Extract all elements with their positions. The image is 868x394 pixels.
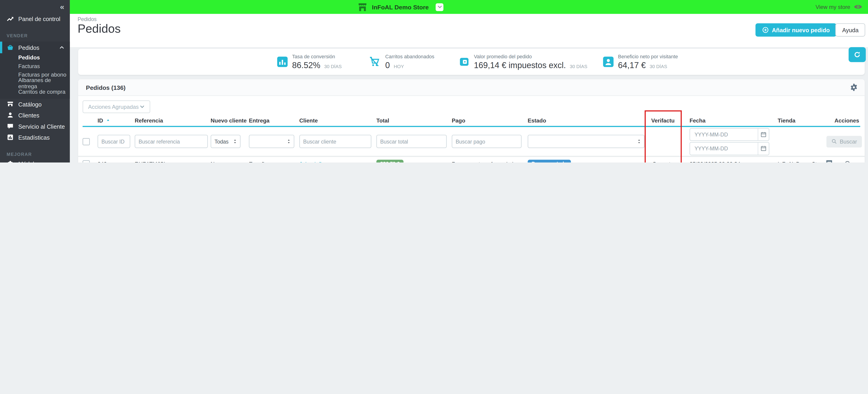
kpi-value: 86.52% [292,60,320,70]
zoom-in-icon[interactable] [844,160,852,162]
filter-status-select[interactable] [528,135,645,148]
sidebar-subitem[interactable]: Facturas [0,62,70,70]
kpi-item: Carritos abandonados0HOY [368,49,434,75]
sidebar-item[interactable]: Módulos [0,158,70,162]
sidebar-item[interactable]: Estadísticas [0,132,70,143]
breadcrumb[interactable]: Pedidos [78,16,97,22]
client-link[interactable]: J. Lupiañez [299,161,328,162]
sort-asc-icon [106,118,110,122]
column-header-id[interactable]: ID [97,115,135,125]
filter-payment-input[interactable] [452,135,522,148]
refresh-button[interactable] [848,47,866,62]
sidebar-collapse-icon[interactable]: « [0,0,70,13]
status-badge: Pago aceptado [528,159,571,162]
search-icon [832,139,837,144]
sidebar-item-label: Catálogo [18,101,41,108]
column-header-total[interactable]: Total [376,115,452,125]
column-header-tienda[interactable]: Tienda [769,115,823,125]
column-header-cliente[interactable]: Cliente [299,115,376,125]
storefront-icon [7,100,14,108]
bulk-actions-label: Acciones Agrupadas [88,104,138,110]
select-arrows-icon [287,139,291,144]
search-button[interactable]: Buscar [827,135,862,147]
column-header-estado[interactable]: Estado [528,115,645,125]
select-arrows-icon [637,139,641,144]
select-all-checkbox[interactable] [83,138,90,145]
sidebar-item-pedidos[interactable]: Pedidos [0,41,70,53]
filter-id-input[interactable] [97,135,130,148]
search-label: Buscar [840,138,857,145]
order-id: 242 [97,161,107,162]
column-header-pago[interactable]: Pago [452,115,528,125]
sidebar-item-label: Módulos [18,160,40,162]
column-header-acciones[interactable]: Acciones [823,115,865,125]
sidebar-item[interactable]: Catálogo [0,99,70,110]
filter-date-range: YYYY-MM-DD YYYY-MM-DD [690,128,769,155]
filter-date-from[interactable]: YYYY-MM-DD [690,128,769,141]
sidebar-subitem[interactable]: Pedidos [0,53,70,62]
filter-new-client-select[interactable]: Todas [211,135,241,148]
filter-reference-input[interactable] [135,135,208,148]
sidebar-subitem[interactable]: Albaranes de entrega [0,79,70,87]
column-header-entrega[interactable]: Entrega [249,115,300,125]
order-date: 25/09/2025 08:20:34 [681,161,769,162]
sidebar-subitem[interactable]: Carritos de compra [0,87,70,96]
trending-up-icon [7,15,14,23]
column-header-referencia[interactable]: Referencia [135,115,211,125]
sidebar-section-label: VENDER [0,33,70,39]
user-icon [603,57,614,67]
kpi-card: Tasa de conversión86.52%30 DÍASCarritos … [78,49,865,75]
sidebar-item-dashboard[interactable]: Panel de control [0,13,70,25]
table-header-row: IDReferenciaNuevo clienteEntregaClienteT… [78,115,865,125]
kpi-period: HOY [394,64,404,69]
plus-circle-icon [762,27,768,33]
select-value: Todas [215,138,229,145]
kpi-period: 30 DÍAS [570,64,587,69]
sidebar-group: PedidosPedidosFacturasFacturas por abono… [0,41,70,99]
order-payment: Pagos por transferencia bancaria [452,161,528,162]
topbar-store: InFoAL Demo Store [357,0,444,14]
basket-icon [7,44,14,51]
date-placeholder: YYYY-MM-DD [690,145,758,152]
sidebar-item-label: Estadísticas [18,134,50,141]
table-filter-row: Todas YYYY-MM-DD YYYY-MM-DD Buscar [78,127,865,156]
column-header-nuevo-cliente[interactable]: Nuevo cliente [211,115,249,125]
chevron-up-icon [59,45,64,50]
invoice-icon[interactable] [826,160,833,162]
filter-date-to[interactable]: YYYY-MM-DD [690,142,769,155]
sidebar-section-label: MEJORAR [0,151,70,158]
kpi-item: Valor promedio del pedido169,14 € impues… [459,49,587,75]
stats-icon [7,134,14,141]
order-store: InFoAL Demo Store [769,161,823,162]
page-title: Pedidos [78,22,121,36]
filter-delivery-select[interactable] [249,135,294,148]
store-switcher-button[interactable] [436,3,443,11]
kpi-period: 30 DÍAS [324,64,342,69]
gear-icon[interactable] [850,83,858,91]
calendar-icon[interactable] [758,143,769,154]
row-checkbox[interactable] [83,160,90,162]
cart-slash-icon [368,56,381,68]
column-header-fecha[interactable]: Fecha [681,115,769,125]
sidebar-item[interactable]: Clientes [0,110,70,121]
filter-client-input[interactable] [299,135,371,148]
bulk-actions-dropdown[interactable]: Acciones Agrupadas [83,100,150,113]
column-header-verifactu[interactable]: Verifactu [645,115,681,125]
sidebar-item-label: Pedidos [18,44,39,51]
sidebar-item[interactable]: Servicio al Cliente [0,121,70,132]
kpi-value: 169,14 € impuestos excl. [474,60,566,70]
kpi-label: Tasa de conversión [292,54,342,60]
eye-icon[interactable] [854,4,863,10]
view-my-store-link[interactable]: View my store [815,4,850,10]
wallet-icon [459,57,469,67]
calendar-icon[interactable] [758,128,769,140]
add-order-button[interactable]: Añadir nuevo pedido [755,23,836,36]
kpi-period: 30 DÍAS [650,64,667,69]
table-row[interactable]: 242 RUPATMJSL No España J. Lupiañez 326,… [78,156,865,162]
kpi-value: 0 [385,60,390,70]
order-delivery: España [249,161,300,162]
help-button[interactable]: Ayuda [836,23,865,36]
sidebar-sections: VENDERPedidosPedidosFacturasFacturas por… [0,33,70,162]
filter-total-input[interactable] [376,135,447,148]
order-new-client: No [211,161,249,162]
